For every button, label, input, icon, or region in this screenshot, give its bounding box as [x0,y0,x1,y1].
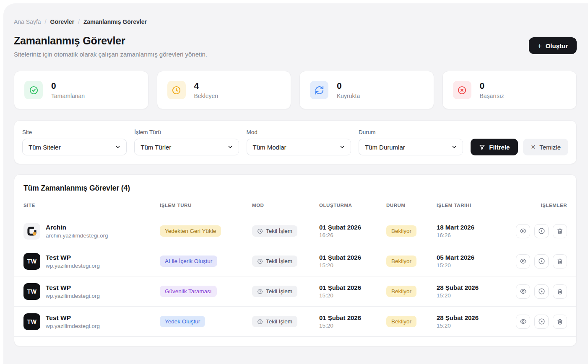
filter-bar: Site Tüm Siteler İşlem Türü Tüm Türler M… [14,120,577,164]
site-domain: archin.yazilimdestegi.org [46,232,108,239]
site-name: Test WP [46,284,100,292]
site-cell: TW Test WP wp.yazilimdestegi.org [23,313,160,330]
mode-chip: Tekil İşlem [252,225,297,237]
delete-button[interactable] [553,284,567,299]
stats-row: 0 Tamamlanan 4 Bekleyen 0 Kuyrukta [14,71,577,109]
scheduled-time: 15:20 [437,292,514,299]
created-time: 16:26 [319,232,386,238]
mode-chip-label: Tekil İşlem [266,258,292,264]
site-avatar: TW [23,283,40,300]
status-badge: Bekliyor [386,225,416,237]
run-button[interactable] [534,315,549,329]
scheduled-date: 05 Mart 2026 [437,254,514,261]
plus-icon: + [538,42,542,49]
task-type-badge: Yedekten Geri Yükle [160,225,221,237]
row-actions [514,224,567,238]
view-button[interactable] [516,284,530,299]
mode-filter-select[interactable]: Tüm Modlar [247,139,351,155]
delete-button[interactable] [553,315,567,329]
run-button[interactable] [534,224,549,238]
scheduled-time: 16:26 [437,232,514,238]
status-filter-select[interactable]: Tüm Durumlar [359,139,463,155]
site-cell: Archin archin.yazilimdestegi.org [23,223,160,240]
site-avatar: TW [23,253,40,270]
created-date: 01 Şubat 2026 [319,254,386,261]
created-date: 01 Şubat 2026 [319,284,386,291]
play-circle-icon [538,288,545,295]
site-avatar: TW [23,313,40,330]
breadcrumb-separator: / [45,18,47,25]
stat-card-pending: 4 Bekleyen [157,71,291,109]
eye-icon [520,318,527,325]
filter-button-label: Filtrele [489,144,510,151]
scheduled-time: 15:20 [437,323,514,329]
x-circle-icon [453,81,471,99]
site-cell: TW Test WP wp.yazilimdestegi.org [23,253,160,270]
scheduled-time: 15:20 [437,262,514,268]
eye-icon [520,258,527,265]
filter-label-site: Site [22,129,127,135]
filter-field-mode: Mod Tüm Modlar [247,129,351,155]
view-button[interactable] [516,224,530,238]
stat-value-queued: 0 [337,81,360,90]
view-button[interactable] [516,315,530,329]
chevron-down-icon [339,144,345,150]
column-header-mode: MOD [252,203,319,208]
task-type-filter-value: Tüm Türler [140,144,171,151]
created-time: 15:20 [319,292,386,299]
trash-icon [557,318,563,325]
breadcrumb-tasks[interactable]: Görevler [50,18,75,25]
sync-icon [310,81,328,99]
page-header: Zamanlanmış Görevler Siteleriniz için ot… [14,35,577,58]
clock-icon [257,258,263,264]
stat-card-completed: 0 Tamamlanan [14,71,148,109]
mode-chip: Tekil İşlem [252,316,297,327]
status-badge: Bekliyor [386,256,416,267]
chevron-down-icon [227,144,233,150]
stat-label-failed: Başarısız [480,93,504,99]
breadcrumb-separator: / [78,18,80,25]
filter-field-status: Durum Tüm Durumlar [359,129,463,155]
column-header-date: İŞLEM TARİHİ [437,203,514,208]
clear-button-label: Temizle [539,144,561,151]
main-panel: Ana Sayfa / Görevler / Zamanlanmış Görev… [3,3,588,364]
stat-label-pending: Bekleyen [194,93,219,99]
site-name: Test WP [46,254,100,261]
column-header-task-type: İŞLEM TÜRÜ [160,203,252,208]
funnel-icon [479,144,485,150]
stat-label-completed: Tamamlanan [51,93,85,99]
status-badge: Bekliyor [386,286,416,297]
create-button[interactable]: + Oluştur [529,37,577,54]
task-type-badge: Güvenlik Taraması [160,286,217,297]
archin-logo-icon [23,223,40,240]
site-cell: TW Test WP wp.yazilimdestegi.org [23,283,160,300]
trash-icon [557,228,563,235]
row-actions [514,284,567,299]
scheduled-tasks-table: Tüm Zamanlanmış Görevler (4) SİTE İŞLEM … [14,174,577,346]
table-row: TW Test WP wp.yazilimdestegi.org AI ile … [14,246,576,276]
delete-button[interactable] [553,224,567,238]
run-button[interactable] [534,254,549,268]
column-header-site: SİTE [23,203,160,208]
column-header-actions: İŞLEMLER [514,203,567,208]
filter-field-site: Site Tüm Siteler [22,129,127,155]
clock-icon [257,289,263,294]
stat-card-queued: 0 Kuyrukta [299,71,434,109]
play-circle-icon [538,318,545,325]
clear-button[interactable]: ✕ Temizle [523,139,568,155]
mode-chip-label: Tekil İşlem [266,288,292,294]
breadcrumb-home[interactable]: Ana Sayfa [14,18,41,25]
view-button[interactable] [516,254,530,268]
site-filter-select[interactable]: Tüm Siteler [22,139,127,155]
trash-icon [557,288,563,295]
filter-button[interactable]: Filtrele [471,139,518,155]
stat-value-failed: 0 [480,81,504,90]
task-type-filter-select[interactable]: Tüm Türler [134,139,239,155]
filter-label-mode: Mod [247,129,351,135]
table-row: TW Test WP wp.yazilimdestegi.org Yedek O… [14,307,576,337]
table-row: TW Test WP wp.yazilimdestegi.org Güvenli… [14,276,576,307]
stat-value-completed: 0 [51,81,85,90]
row-actions [514,254,567,268]
delete-button[interactable] [553,254,567,268]
run-button[interactable] [534,284,549,299]
